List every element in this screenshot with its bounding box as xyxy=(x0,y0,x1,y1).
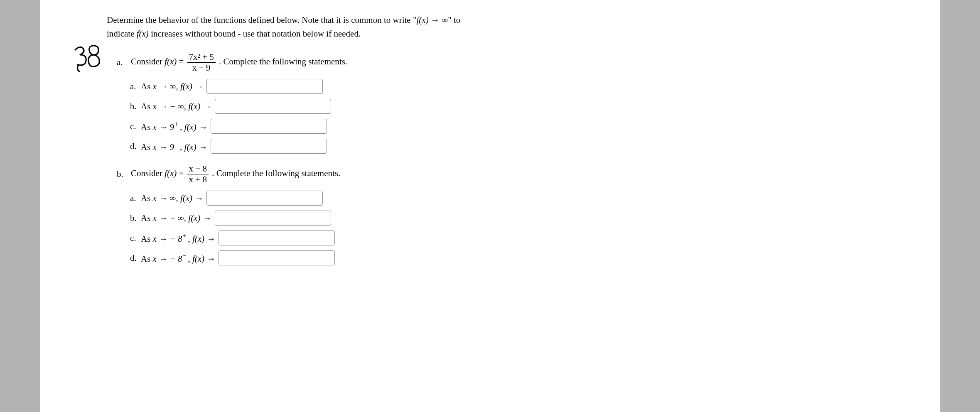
sub-label: c. xyxy=(130,233,141,243)
sub-label: d. xyxy=(130,141,141,152)
answer-input-b-c[interactable] xyxy=(219,231,335,245)
instructions: Determine the behavior of the functions … xyxy=(107,13,873,40)
limit-expression: As x → ∞, f(x) → xyxy=(141,193,203,204)
answer-input-a-b[interactable] xyxy=(215,99,331,114)
limit-expression: As x → − 8− , f(x) → xyxy=(141,252,215,264)
part-b-lead: Consider xyxy=(131,168,165,178)
part-a-lead: Consider xyxy=(131,56,165,66)
part-a-sublist: a. As x → ∞, f(x) → b. As x → − ∞, f(x) … xyxy=(130,79,873,154)
sub-label: c. xyxy=(130,121,141,132)
handwritten-annotation xyxy=(70,42,103,74)
part-a: a. Consider f(x) = 7x² + 5 x − 9 . Compl… xyxy=(117,52,873,154)
sub-label: b. xyxy=(130,101,141,112)
intro-fx: f(x) xyxy=(137,29,149,39)
part-a-sub-c: c. As x → 9+ , f(x) → xyxy=(130,119,873,134)
part-b-sub-b: b. As x → − ∞, f(x) → xyxy=(130,211,873,226)
part-b-statement: Consider f(x) = x − 8 x + 8 . Complete t… xyxy=(131,164,340,185)
sub-label: d. xyxy=(130,253,141,263)
worksheet-page: Determine the behavior of the functions … xyxy=(40,0,940,412)
part-a-sub-a: a. As x → ∞, f(x) → xyxy=(130,79,873,94)
limit-expression: As x → ∞, f(x) → xyxy=(141,81,203,92)
part-a-label: a. xyxy=(117,57,130,68)
part-a-sub-b: b. As x → − ∞, f(x) → xyxy=(130,99,873,114)
answer-input-a-d[interactable] xyxy=(211,139,327,154)
sub-label: b. xyxy=(130,213,141,223)
intro-text-2b: increases without bound - use that notat… xyxy=(149,29,361,39)
part-a-statement: Consider f(x) = 7x² + 5 x − 9 . Complete… xyxy=(131,52,347,73)
intro-text-1b: " to xyxy=(448,15,460,25)
sub-label: a. xyxy=(130,193,141,204)
limit-expression: As x → − ∞, f(x) → xyxy=(141,101,211,112)
sub-label: a. xyxy=(130,81,141,92)
limit-expression: As x → − 8+ , f(x) → xyxy=(141,232,215,244)
intro-text-2a: indicate xyxy=(107,29,137,39)
part-a-tail: . Complete the following statements. xyxy=(219,56,347,66)
intro-text-1a: Determine the behavior of the functions … xyxy=(107,15,417,25)
limit-expression: As x → − ∞, f(x) → xyxy=(141,213,211,223)
part-b-sublist: a. As x → ∞, f(x) → b. As x → − ∞, f(x) … xyxy=(130,191,873,265)
part-b-label: b. xyxy=(117,169,130,179)
part-b: b. Consider f(x) = x − 8 x + 8 . Complet… xyxy=(117,164,873,265)
answer-input-b-d[interactable] xyxy=(219,250,335,265)
part-a-function: f(x) = 7x² + 5 x − 9 xyxy=(165,56,219,66)
answer-input-a-a[interactable] xyxy=(206,79,323,94)
answer-input-a-c[interactable] xyxy=(211,119,327,134)
part-b-function: f(x) = x − 8 x + 8 xyxy=(165,168,212,178)
part-b-tail: . Complete the following statements. xyxy=(212,168,340,178)
part-b-sub-d: d. As x → − 8− , f(x) → xyxy=(130,250,873,265)
question-list: a. Consider f(x) = 7x² + 5 x − 9 . Compl… xyxy=(117,52,873,265)
answer-input-b-b[interactable] xyxy=(215,211,331,226)
limit-expression: As x → 9+ , f(x) → xyxy=(141,120,207,132)
part-a-sub-d: d. As x → 9− , f(x) → xyxy=(130,139,873,154)
limit-expression: As x → 9− , f(x) → xyxy=(141,140,207,152)
part-b-sub-a: a. As x → ∞, f(x) → xyxy=(130,191,873,206)
answer-input-b-a[interactable] xyxy=(206,191,323,206)
part-b-sub-c: c. As x → − 8+ , f(x) → xyxy=(130,231,873,245)
intro-math: f(x) → ∞ xyxy=(417,15,448,25)
